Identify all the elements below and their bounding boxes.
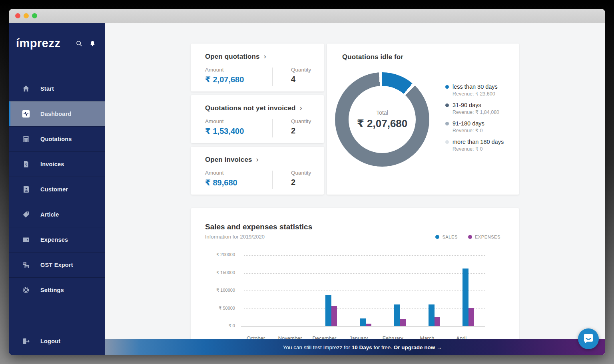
sidebar-item-quotations[interactable]: Quotations: [9, 126, 105, 151]
amount-label: Amount: [205, 118, 224, 124]
sidebar-logout-area: Logout: [9, 329, 105, 354]
wallet-icon: [22, 235, 30, 244]
gridline: [244, 290, 485, 291]
quantity-label: Quantity: [291, 67, 311, 73]
legend-revenue: Revenue: ₹ 0: [453, 146, 504, 152]
sidebar-item-label: Quotations: [40, 136, 72, 142]
open-invoices-link[interactable]: Open invoices ›: [205, 155, 259, 164]
donut-legend-item-less-than-30-days: less than 30 days Revenue: ₹ 23,600: [445, 84, 504, 97]
legend-label: less than 30 days: [453, 84, 498, 90]
y-axis-tick-label: ₹ 150000: [199, 270, 235, 275]
donut-legend-item-31-90-days: 31-90 days Revenue: ₹ 1,84,080: [445, 102, 504, 115]
donut-total-value: ₹ 2,07,680: [357, 117, 408, 130]
upgrade-now-link[interactable]: Or upgrade now: [394, 344, 435, 350]
sidebar-item-article[interactable]: Article: [9, 202, 105, 227]
amount-value: ₹ 89,680: [205, 178, 237, 187]
y-axis-tick-label: ₹ 200000: [199, 252, 235, 257]
gridline: [244, 273, 485, 274]
sidebar: ímprezz StartDashboardQuotations₹Invoice…: [9, 23, 105, 355]
legend-dot-icon: [468, 235, 472, 239]
bar-legend-item-expenses: EXPENSES: [468, 235, 500, 239]
sales-bar-december: [325, 295, 331, 326]
svg-text:TAX: TAX: [23, 263, 27, 265]
amount-label: Amount: [205, 170, 224, 176]
amount-value: ₹ 2,07,680: [205, 75, 244, 84]
donut-legend-item-91-180-days: 91-180 days Revenue: ₹ 0: [445, 120, 504, 133]
sales-bar-april: [462, 269, 468, 326]
sales-expenses-title: Sales and expenses statistics: [205, 223, 312, 231]
svg-text:₹: ₹: [25, 163, 27, 167]
notifications-bell-icon[interactable]: [89, 40, 96, 47]
sidebar-item-logout[interactable]: Logout: [9, 329, 105, 354]
sidebar-item-label: Article: [40, 211, 59, 218]
minimize-window-button[interactable]: [24, 13, 29, 18]
sidebar-item-expenses[interactable]: Expenses: [9, 227, 105, 252]
upgrade-arrow-icon[interactable]: →: [435, 344, 442, 350]
card-divider: [272, 171, 273, 189]
quotations-not-yet-invoiced-link[interactable]: Quotations not yet invoiced ›: [205, 104, 302, 112]
expenses-bar-january: [366, 324, 371, 326]
sidebar-item-label: Start: [40, 86, 54, 92]
legend-label: more than 180 days: [453, 139, 504, 145]
sidebar-item-label: Dashboard: [40, 111, 72, 117]
expenses-bar-april: [468, 308, 474, 326]
sidebar-item-label: Expenses: [40, 237, 68, 243]
dashboard-icon: [22, 109, 30, 118]
legend-revenue: Revenue: ₹ 0: [453, 127, 504, 133]
sidebar-item-invoices[interactable]: ₹Invoices: [9, 151, 105, 177]
legend-label: EXPENSES: [475, 235, 500, 239]
quantity-label: Quantity: [291, 118, 311, 124]
legend-dot-icon: [445, 122, 449, 125]
quotations-idle-card: Quotations idle for Total ₹ 2,07,680 les…: [327, 44, 519, 195]
open-quotations-card: Open quotations › Amount ₹ 2,07,680 Quan…: [191, 44, 324, 91]
sidebar-menu: StartDashboardQuotations₹InvoicesCustome…: [9, 76, 105, 302]
chevron-right-icon: ›: [300, 104, 302, 112]
bar-chart-legend: SALESEXPENSES: [435, 235, 500, 239]
sales-bar-february: [394, 304, 400, 326]
y-axis-tick-label: ₹ 50000: [199, 306, 235, 311]
sidebar-item-customer[interactable]: Customer: [9, 177, 105, 202]
donut-legend: less than 30 days Revenue: ₹ 23,600 31-9…: [445, 84, 504, 157]
quantity-value: 4: [291, 75, 295, 84]
card-title: Quotations not yet invoiced: [205, 104, 296, 112]
chevron-right-icon: ›: [264, 52, 266, 61]
sidebar-item-start[interactable]: Start: [9, 76, 105, 101]
sidebar-item-dashboard[interactable]: Dashboard: [9, 101, 105, 126]
quotations-idle-title: Quotations idle for: [342, 53, 403, 61]
sales-expenses-card: Sales and expenses statistics Informatio…: [191, 208, 519, 352]
legend-dot-icon: [445, 140, 449, 144]
chat-widget-button[interactable]: [578, 328, 599, 349]
sidebar-item-settings[interactable]: Settings: [9, 277, 105, 302]
maximize-window-button[interactable]: [32, 13, 37, 18]
search-icon[interactable]: [76, 40, 83, 47]
sidebar-item-label: GST Export: [40, 262, 73, 268]
amount-value: ₹ 1,53,400: [205, 126, 244, 136]
banner-text-mid: for free.: [372, 344, 394, 350]
open-quotations-link[interactable]: Open quotations ›: [205, 52, 266, 61]
sidebar-item-label: Customer: [40, 186, 68, 193]
close-window-button[interactable]: [15, 13, 20, 18]
card-title: Open invoices: [205, 156, 252, 164]
quotations-idle-title-row: Quotations idle for: [342, 53, 403, 61]
expenses-bar-december: [331, 306, 337, 326]
donut-legend-item-more-than-180-days: more than 180 days Revenue: ₹ 0: [445, 139, 504, 152]
quantity-value: 2: [291, 178, 295, 187]
chat-bubble-icon: [582, 332, 594, 346]
calculator-icon: [22, 135, 30, 143]
card-title: Open quotations: [205, 53, 260, 61]
gridline: [244, 255, 485, 256]
x-axis-line: [241, 326, 485, 327]
expenses-bar-march: [435, 317, 440, 326]
quotations-not-yet-invoiced-card: Quotations not yet invoiced › Amount ₹ 1…: [191, 95, 324, 143]
trial-banner: You can still test Imprezz for 10 Days f…: [105, 339, 605, 355]
legend-dot-icon: [445, 85, 449, 89]
sidebar-item-label: Settings: [40, 287, 64, 293]
card-divider: [272, 119, 273, 137]
legend-revenue: Revenue: ₹ 1,84,080: [453, 109, 504, 115]
home-icon: [22, 84, 30, 93]
y-axis-tick-label: ₹ 0: [199, 323, 235, 328]
main-content: Open quotations › Amount ₹ 2,07,680 Quan…: [105, 23, 605, 355]
sidebar-item-label: Invoices: [40, 161, 64, 167]
sidebar-item-gst-export[interactable]: TAXGST Export: [9, 252, 105, 277]
sidebar-item-label: Logout: [40, 338, 60, 344]
